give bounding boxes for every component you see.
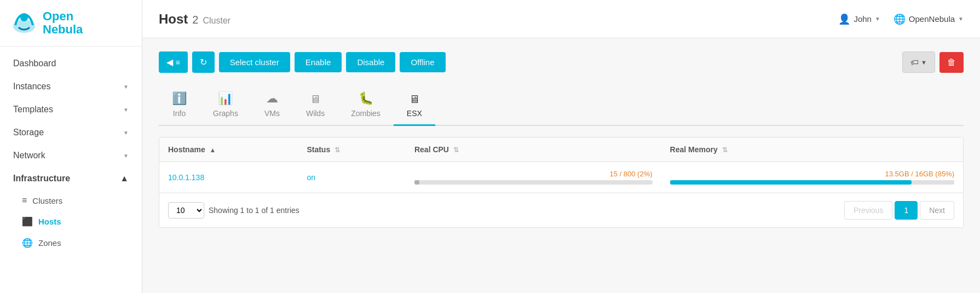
back-list-icon: ◀ (166, 58, 173, 67)
delete-icon: 🗑 (947, 58, 956, 67)
sidebar-item-zones[interactable]: 🌐 Zones (0, 232, 142, 254)
next-button[interactable]: Next (920, 201, 954, 220)
opennebula-logo-icon (11, 10, 37, 36)
tab-vms[interactable]: ☁ VMs (251, 86, 293, 126)
select-cluster-button[interactable]: Select cluster (219, 52, 290, 72)
hostname-value: 10.0.1.138 (168, 173, 204, 182)
status-value: on (307, 173, 315, 182)
sidebar-item-dashboard[interactable]: Dashboard (0, 52, 142, 75)
main-area: Host 2 Cluster 👤 John ▼ 🌐 OpenNebula ▼ ◀… (142, 0, 980, 293)
cpu-progress-bg (414, 180, 653, 185)
sidebar-item-clusters[interactable]: ≡ Clusters (0, 190, 142, 211)
tab-info[interactable]: ℹ️ Info (159, 86, 200, 126)
infrastructure-chevron-icon: ▲ (120, 174, 129, 183)
sidebar-item-hosts[interactable]: ⬛ Hosts (0, 211, 142, 232)
sidebar: Open Nebula Dashboard Instances ▼ Templa… (0, 0, 142, 293)
table-row: 10.0.1.138 on 15 / 800 (2%) 13.5G (159, 162, 963, 193)
refresh-button[interactable]: ↻ (192, 51, 215, 73)
table-header-row: Hostname ▲ Status ⇅ Real CPU ⇅ Real Me (159, 137, 963, 162)
tab-wilds[interactable]: 🖥 Wilds (293, 88, 338, 126)
topbar: Host 2 Cluster 👤 John ▼ 🌐 OpenNebula ▼ (142, 0, 980, 38)
table-footer: 10 25 50 100 Showing 1 to 1 of 1 entries… (159, 193, 963, 227)
instances-chevron-icon: ▼ (123, 84, 129, 90)
tab-info-label: Info (173, 109, 186, 118)
svg-point-1 (20, 14, 28, 21)
previous-button[interactable]: Previous (844, 201, 892, 220)
mem-progress-bg (670, 180, 954, 185)
hostname-sort-icon: ▲ (210, 146, 216, 154)
hosts-table: Hostname ▲ Status ⇅ Real CPU ⇅ Real Me (159, 137, 963, 193)
tab-graphs[interactable]: 📊 Graphs (200, 86, 251, 126)
back-list-button[interactable]: ◀ ≡ (159, 51, 188, 73)
sidebar-item-network[interactable]: Network ▼ (0, 144, 142, 167)
pagination: Previous 1 Next (844, 201, 954, 220)
entries-info: Showing 1 to 1 of 1 entries (209, 206, 299, 215)
esx-tab-icon: 🖥 (409, 93, 420, 106)
info-tab-icon: ℹ️ (172, 91, 187, 106)
col-real-memory[interactable]: Real Memory ⇅ (661, 137, 963, 162)
col-status[interactable]: Status ⇅ (298, 137, 406, 162)
mem-text: 13.5GB / 16GB (85%) (670, 170, 954, 178)
user-icon: 👤 (838, 13, 850, 25)
cpu-sort-icon: ⇅ (453, 146, 459, 154)
col-hostname[interactable]: Hostname ▲ (159, 137, 298, 162)
offline-button[interactable]: Offline (400, 52, 445, 72)
enable-button[interactable]: Enable (295, 52, 342, 72)
memory-cell: 13.5GB / 16GB (85%) (661, 162, 963, 193)
tag-icon: 🏷 (910, 58, 919, 67)
tab-vms-label: VMs (264, 109, 280, 118)
sidebar-item-storage[interactable]: Storage ▼ (0, 121, 142, 144)
hostname-cell[interactable]: 10.0.1.138 (159, 162, 298, 193)
cloud-menu[interactable]: 🌐 OpenNebula ▼ (893, 13, 964, 25)
tag-button[interactable]: 🏷 ▼ (902, 51, 935, 73)
hosts-icon: ⬛ (22, 216, 33, 227)
tag-chevron-icon: ▼ (921, 59, 927, 66)
user-chevron-icon: ▼ (875, 16, 880, 22)
logo-text: Open Nebula (43, 10, 83, 36)
page-title-num: 2 (192, 14, 198, 26)
cpu-text: 15 / 800 (2%) (414, 170, 653, 178)
network-chevron-icon: ▼ (123, 153, 129, 159)
hosts-table-container: Hostname ▲ Status ⇅ Real CPU ⇅ Real Me (159, 137, 964, 228)
templates-chevron-icon: ▼ (123, 107, 129, 113)
cloud-label: OpenNebula (909, 14, 955, 24)
logo: Open Nebula (0, 0, 142, 47)
hostname-col-label: Hostname (168, 145, 205, 154)
tab-zombies-label: Zombies (351, 109, 381, 118)
delete-button[interactable]: 🗑 (939, 52, 964, 73)
sidebar-item-templates[interactable]: Templates ▼ (0, 98, 142, 121)
sidebar-item-infrastructure[interactable]: Infrastructure ▲ (0, 167, 142, 190)
zones-icon: 🌐 (22, 238, 33, 248)
page-1-button[interactable]: 1 (895, 201, 918, 220)
real-memory-col-label: Real Memory (670, 145, 718, 154)
sidebar-nav: Dashboard Instances ▼ Templates ▼ Storag… (0, 47, 142, 293)
tab-wilds-label: Wilds (306, 109, 325, 118)
user-menu[interactable]: 👤 John ▼ (838, 13, 880, 25)
refresh-icon: ↻ (200, 58, 207, 67)
globe-icon: 🌐 (893, 13, 906, 25)
cpu-progress-fill (414, 180, 419, 185)
content-area: ◀ ≡ ↻ Select cluster Enable Disable Offl… (142, 38, 980, 293)
real-cpu-col-label: Real CPU (414, 145, 449, 154)
toolbar: ◀ ≡ ↻ Select cluster Enable Disable Offl… (159, 51, 964, 73)
tab-esx[interactable]: 🖥 ESX (394, 88, 435, 126)
sidebar-item-instances[interactable]: Instances ▼ (0, 75, 142, 98)
page-title: Host (159, 12, 188, 27)
disable-button[interactable]: Disable (346, 52, 395, 72)
status-sort-icon: ⇅ (335, 146, 340, 154)
user-label: John (854, 14, 872, 24)
tab-esx-label: ESX (407, 109, 422, 118)
graphs-tab-icon: 📊 (218, 91, 233, 106)
cpu-cell: 15 / 800 (2%) (406, 162, 661, 193)
clusters-icon: ≡ (22, 196, 27, 205)
wilds-tab-icon: 🖥 (310, 93, 321, 106)
storage-chevron-icon: ▼ (123, 130, 129, 136)
page-title-cluster: Cluster (203, 16, 230, 26)
tab-zombies[interactable]: 🐛 Zombies (338, 86, 394, 126)
memory-sort-icon: ⇅ (722, 146, 728, 154)
col-real-cpu[interactable]: Real CPU ⇅ (406, 137, 661, 162)
entries-select-area: 10 25 50 100 Showing 1 to 1 of 1 entries (168, 202, 299, 219)
cloud-chevron-icon: ▼ (958, 16, 964, 22)
status-cell: on (298, 162, 406, 193)
per-page-select[interactable]: 10 25 50 100 (168, 202, 204, 219)
